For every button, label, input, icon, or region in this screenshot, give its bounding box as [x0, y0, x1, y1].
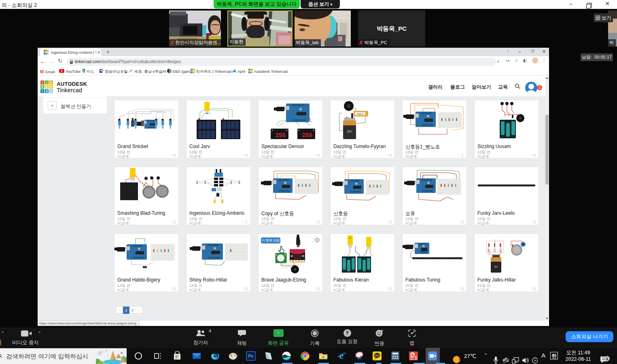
- svg-text:255: 255: [275, 132, 285, 139]
- svg-text:C: C: [41, 90, 43, 93]
- svg-text:E: E: [46, 85, 48, 88]
- svg-text:255: 255: [302, 132, 312, 139]
- svg-text:TALK: TALK: [375, 355, 380, 357]
- svg-text:0.00 V: 0.00 V: [357, 113, 363, 115]
- svg-text:T: T: [42, 81, 43, 84]
- svg-text:9V: 9V: [347, 129, 352, 133]
- svg-text:A: A: [46, 90, 48, 93]
- svg-text:9V: 9V: [494, 265, 498, 268]
- svg-text:I: I: [47, 81, 47, 84]
- svg-text:Ps: Ps: [248, 353, 254, 358]
- svg-text:min: min: [349, 237, 351, 239]
- svg-text:N: N: [50, 81, 52, 84]
- svg-text:K: K: [41, 85, 43, 88]
- svg-text:D: D: [50, 90, 52, 93]
- svg-text:R: R: [50, 85, 52, 88]
